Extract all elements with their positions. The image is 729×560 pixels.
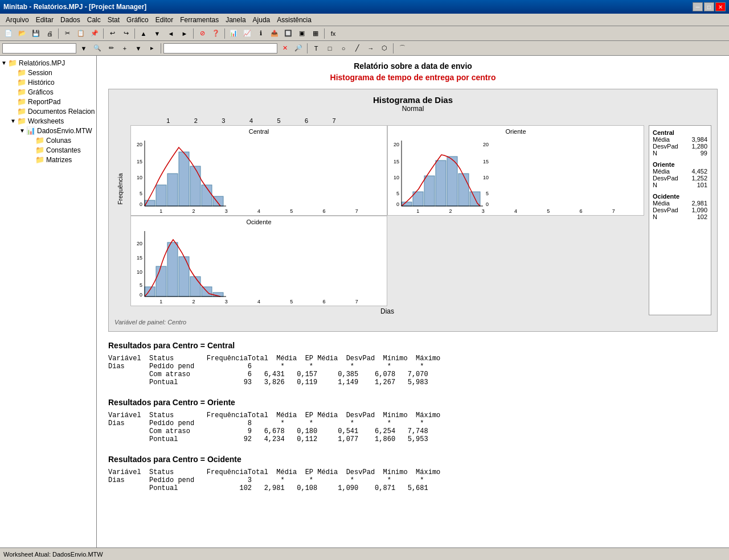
cut-button[interactable]: ✂	[61, 28, 73, 39]
svg-rect-39	[156, 266, 166, 297]
tree-dadosenvio[interactable]: ▼ 📊 DadosEnvio.MTW	[0, 126, 96, 135]
move-down-button[interactable]: ▼	[151, 28, 163, 39]
stop-button[interactable]: ⊘	[196, 28, 208, 39]
o-xtick-6: 6	[580, 208, 583, 214]
chart-ocidente: Ocidente 20 15 10 5 0	[130, 216, 387, 306]
c-xtick-6: 6	[323, 208, 326, 214]
oval-btn[interactable]: ○	[337, 43, 350, 54]
menu-grafico[interactable]: Gráfico	[123, 15, 152, 25]
clear-button[interactable]: ✕	[279, 43, 291, 54]
menu-assistencia[interactable]: Assistência	[273, 15, 315, 25]
tree-historico[interactable]: 📁 Histórico	[0, 77, 96, 87]
results-central-table: Variável Status FrequênciaTotal Média EP…	[108, 355, 718, 386]
o-xtick-2: 2	[449, 208, 452, 214]
svg-text:15: 15	[137, 159, 142, 164]
svg-rect-9	[190, 166, 200, 206]
menu-arquivo[interactable]: Arquivo	[2, 15, 32, 25]
search-button[interactable]: 🔎	[292, 43, 305, 54]
redo-button[interactable]: ↪	[120, 28, 132, 39]
help-button[interactable]: ❓	[210, 28, 222, 39]
svg-text:10: 10	[394, 175, 399, 180]
tree-worksheets[interactable]: ▼ 📁 Worksheets	[0, 116, 96, 126]
menu-dados[interactable]: Dados	[57, 15, 84, 25]
line-btn[interactable]: ╱	[351, 43, 363, 54]
toolbar-btn-d[interactable]: 📤	[268, 28, 281, 39]
oc-xtick-6: 6	[323, 299, 326, 304]
chart-empty	[387, 216, 644, 306]
menu-calc[interactable]: Calc	[84, 15, 104, 25]
toolbar-btn-f[interactable]: ▣	[296, 28, 308, 39]
worksheet-selector[interactable]	[2, 43, 76, 53]
new-project-button[interactable]: 📄	[2, 28, 15, 39]
minimize-button[interactable]: ─	[693, 2, 703, 11]
copy-button[interactable]: 📋	[75, 28, 87, 39]
svg-rect-7	[167, 174, 178, 206]
legend-central-n-val: 99	[701, 150, 707, 157]
undo-button[interactable]: ↩	[106, 28, 118, 39]
x-tick-2a: 2	[194, 117, 198, 124]
rect-btn[interactable]: □	[323, 43, 336, 54]
toolbar-btn-c[interactable]: ℹ	[255, 28, 267, 39]
chart-central: Central 20 15 10 5 0	[130, 125, 387, 216]
move-up-button[interactable]: ▲	[137, 28, 150, 39]
toolbar-btn-e[interactable]: 🔲	[282, 28, 294, 39]
toolbar2-btn-c[interactable]: +	[118, 43, 131, 54]
tree-worksheets-label: Worksheets	[28, 117, 64, 125]
tree-reportpad[interactable]: 📁 ReportPad	[0, 97, 96, 106]
toolbar2-btn-b[interactable]: ✏	[105, 43, 117, 54]
legend-ocidente-media-val: 2,981	[691, 200, 707, 207]
svg-text:0: 0	[140, 292, 142, 298]
toolbar-btn-b[interactable]: 📈	[241, 28, 253, 39]
o-xtick-3: 3	[482, 208, 485, 214]
menu-ajuda[interactable]: Ajuda	[249, 15, 274, 25]
results-central-heading: Resultados para Centro = Central	[108, 341, 718, 350]
paste-button[interactable]: 📌	[88, 28, 101, 39]
svg-rect-21	[424, 176, 435, 206]
tree-constantes[interactable]: 📁 Constantes	[0, 145, 96, 155]
tree-colunas[interactable]: 📁 Colunas	[0, 135, 96, 145]
legend-central: Central Média 3,984 DesvPad 1,280 N	[653, 129, 707, 157]
x-tick-4a: 4	[249, 117, 253, 124]
restore-button[interactable]: □	[704, 2, 714, 11]
save-button[interactable]: 💾	[30, 28, 42, 39]
toolbar2-btn-e[interactable]: ▸	[146, 43, 158, 54]
formula-button[interactable]: fx	[327, 28, 339, 39]
svg-text:0: 0	[486, 201, 489, 207]
menu-editor[interactable]: Editor	[152, 15, 177, 25]
legend-oriente-media-val: 4,452	[691, 168, 707, 175]
tree-documentos[interactable]: 📁 Documentos Relacion	[0, 106, 96, 116]
poly-btn[interactable]: ⬡	[378, 43, 391, 54]
arrow-btn[interactable]: →	[364, 43, 377, 54]
legend-ocidente-media: Média 2,981	[653, 200, 707, 207]
legend-oriente-label: Oriente	[653, 161, 707, 168]
close-button[interactable]: ✕	[715, 2, 726, 11]
text-btn-a[interactable]: T	[310, 43, 322, 54]
histogram-panel: Histograma de Dias Normal 1 2 3 4 5 6 7	[108, 89, 718, 332]
tree-matrizes[interactable]: 📁 Matrizes	[0, 155, 96, 164]
legend-central-media-val: 3,984	[691, 136, 707, 143]
tree-graficos[interactable]: 📁 Gráficos	[0, 87, 96, 97]
open-button[interactable]: 📂	[16, 28, 28, 39]
dropdown-arrow[interactable]: ▼	[77, 43, 90, 54]
legend-central-media-key: Média	[653, 136, 670, 143]
tree-dadosenvio-label: DadosEnvio.MTW	[37, 127, 92, 135]
toolbar2-btn-d[interactable]: ▼	[132, 43, 145, 54]
curve-btn[interactable]: ⌒	[396, 43, 408, 54]
toolbar-btn-g[interactable]: ▦	[309, 28, 322, 39]
c-xtick-4: 4	[257, 208, 260, 214]
legend-oriente: Oriente Média 4,452 DesvPad 1,252 N	[653, 161, 707, 188]
menu-janela[interactable]: Janela	[222, 15, 249, 25]
menu-editar[interactable]: Editar	[32, 15, 57, 25]
svg-text:0: 0	[140, 201, 142, 207]
move-left-button[interactable]: ◄	[165, 28, 177, 39]
tree-root[interactable]: ▼ 📁 Relatórios.MPJ	[0, 58, 96, 68]
move-right-button[interactable]: ►	[178, 28, 191, 39]
toolbar2-btn-a[interactable]: 🔍	[91, 43, 104, 54]
menu-stat[interactable]: Stat	[104, 15, 123, 25]
menu-ferramentas[interactable]: Ferramentas	[177, 15, 222, 25]
print-button[interactable]: 🖨	[43, 28, 56, 39]
toolbar-btn-a[interactable]: 📊	[227, 28, 240, 39]
historico-folder-icon: 📁	[17, 78, 26, 87]
formula-input[interactable]	[163, 43, 277, 53]
tree-session[interactable]: 📁 Session	[0, 68, 96, 77]
